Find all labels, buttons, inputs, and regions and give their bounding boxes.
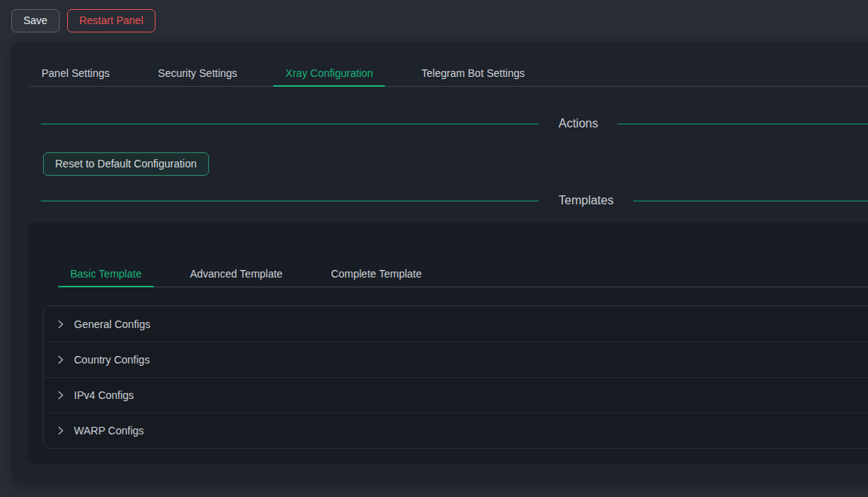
actions-divider-label: Actions: [539, 117, 617, 130]
collapse-header-ipv4-configs[interactable]: IPv4 Configs: [44, 377, 868, 413]
collapse-label: Country Configs: [74, 354, 149, 366]
collapse-header-warp-configs[interactable]: WARP Configs: [44, 413, 868, 448]
tab-complete-template[interactable]: Complete Template: [319, 260, 433, 287]
template-tab-bar: Basic Template Advanced Template Complet…: [58, 260, 868, 287]
settings-tab-bar: Panel Settings Security Settings Xray Co…: [29, 60, 868, 87]
restart-panel-button[interactable]: Restart Panel: [67, 9, 155, 32]
collapse-header-general-configs[interactable]: General Configs: [44, 306, 868, 342]
divider-line: [617, 124, 868, 124]
tab-xray-configuration[interactable]: Xray Configuration: [273, 60, 385, 86]
templates-divider-label: Templates: [539, 194, 633, 207]
templates-divider: Templates: [41, 192, 868, 209]
tab-telegram-bot-settings[interactable]: Telegram Bot Settings: [409, 60, 537, 86]
collapse-label: General Configs: [74, 318, 150, 330]
chevron-right-icon: [56, 355, 65, 364]
collapse-header-country-configs[interactable]: Country Configs: [44, 342, 868, 377]
collapse-label: WARP Configs: [74, 425, 144, 437]
template-config-collapse: General Configs Country Configs IPv4 Con…: [43, 305, 868, 449]
chevron-right-icon: [56, 320, 65, 329]
templates-card: Basic Template Advanced Template Complet…: [28, 222, 868, 465]
tab-basic-template[interactable]: Basic Template: [58, 260, 154, 287]
divider-line: [41, 201, 539, 201]
divider-line: [633, 201, 868, 201]
tab-panel-settings[interactable]: Panel Settings: [29, 60, 122, 86]
tab-security-settings[interactable]: Security Settings: [146, 60, 249, 86]
chevron-right-icon: [56, 426, 65, 435]
collapse-label: IPv4 Configs: [74, 389, 134, 401]
toolbar: Save Restart Panel: [11, 9, 155, 32]
chevron-right-icon: [56, 391, 65, 400]
reset-default-configuration-button[interactable]: Reset to Default Configuration: [43, 152, 209, 176]
actions-divider: Actions: [41, 115, 868, 132]
divider-line: [41, 124, 539, 124]
settings-card: Panel Settings Security Settings Xray Co…: [11, 41, 868, 483]
tab-advanced-template[interactable]: Advanced Template: [178, 260, 295, 287]
save-button[interactable]: Save: [11, 9, 60, 32]
